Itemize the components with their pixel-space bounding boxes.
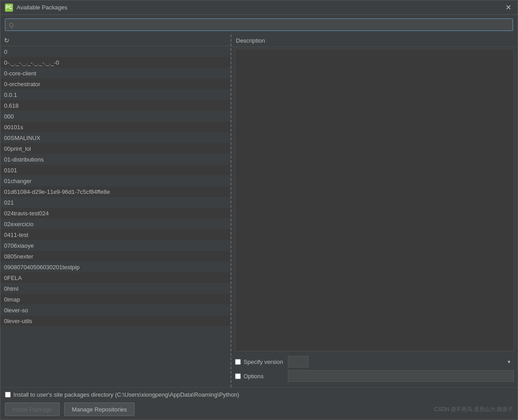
list-item[interactable]: 0lever-so: [0, 305, 231, 315]
version-select-wrapper: latest 0.1 0.2: [288, 356, 514, 368]
list-item[interactable]: 0101: [0, 165, 231, 175]
list-item[interactable]: 0.618: [0, 100, 231, 111]
app-icon: PC: [5, 4, 13, 12]
button-row: Install Package Manage Repositories CSDN…: [5, 402, 513, 416]
list-item[interactable]: 000: [0, 111, 231, 122]
list-item[interactable]: 0FELA: [0, 272, 231, 283]
version-checkbox-label: Specify version: [235, 359, 284, 365]
list-item[interactable]: 0-core-client: [0, 68, 231, 79]
version-row: Specify version latest 0.1 0.2: [235, 356, 514, 368]
list-item[interactable]: 0805nexter: [0, 251, 231, 262]
options-checkbox[interactable]: [235, 373, 241, 379]
refresh-icon: ↻: [4, 37, 9, 44]
version-label-text: Specify version: [244, 359, 283, 365]
search-input[interactable]: [5, 18, 513, 31]
description-content: [235, 49, 514, 351]
install-user-label: Install to user's site packages director…: [13, 391, 239, 398]
list-item[interactable]: 00101s: [0, 122, 231, 132]
available-packages-window: PC Available Packages ✕ ↻ 00-._._-._._-.…: [0, 0, 518, 420]
options-input[interactable]: [288, 370, 514, 382]
title-bar-left: PC Available Packages: [5, 4, 67, 12]
search-bar: [0, 15, 518, 35]
options-row: Options: [235, 370, 514, 382]
close-button[interactable]: ✕: [504, 3, 513, 12]
title-bar: PC Available Packages ✕: [0, 0, 518, 15]
description-label: Description: [231, 35, 518, 47]
install-user-row: Install to user's site packages director…: [5, 391, 513, 398]
list-item[interactable]: 0lever-utils: [0, 315, 231, 326]
list-item[interactable]: 00SMALINUX: [0, 132, 231, 143]
list-item[interactable]: 0html: [0, 283, 231, 294]
button-row-left: Install Package Manage Repositories: [5, 402, 135, 416]
left-panel: ↻ 00-._._-._._-._._-._._-00-core-client0…: [0, 35, 231, 387]
list-item[interactable]: 0: [0, 46, 231, 57]
list-item[interactable]: 021: [0, 197, 231, 208]
bottom-bar: Install to user's site packages director…: [0, 387, 518, 420]
list-item[interactable]: 02exercicio: [0, 219, 231, 229]
install-package-button[interactable]: Install Package: [5, 402, 60, 416]
list-item[interactable]: 0.0.1: [0, 89, 231, 100]
list-item[interactable]: 024travis-test024: [0, 208, 231, 219]
version-checkbox[interactable]: [235, 359, 241, 365]
list-item[interactable]: 0706xiaoye: [0, 240, 231, 251]
list-item[interactable]: 00print_lol: [0, 143, 231, 154]
watermark-text: CSDN @不死鸟.亚历山大.狼崽子: [434, 406, 513, 413]
list-item[interactable]: 01d61084-d29e-11e9-96d1-7c5cf84ffe8e: [0, 186, 231, 197]
list-item[interactable]: 0-orchestrator: [0, 79, 231, 89]
list-item[interactable]: 01changer: [0, 175, 231, 186]
refresh-button[interactable]: ↻: [0, 35, 231, 46]
version-options-area: Specify version latest 0.1 0.2: [231, 353, 518, 387]
content-area: ↻ 00-._._-._._-._._-._._-00-core-client0…: [0, 35, 518, 387]
options-checkbox-label: Options: [235, 373, 284, 380]
version-select[interactable]: latest 0.1 0.2: [288, 356, 309, 368]
install-user-checkbox[interactable]: [5, 392, 11, 398]
list-item[interactable]: 01-distributions: [0, 154, 231, 165]
list-item[interactable]: 0411-test: [0, 229, 231, 240]
description-area: Description: [231, 35, 518, 353]
list-item[interactable]: 0imap: [0, 294, 231, 305]
list-item[interactable]: 0-._._-._._-._._-._._-0: [0, 57, 231, 68]
window-title: Available Packages: [17, 4, 67, 11]
right-panel: Description Specify version latest 0.1: [231, 35, 518, 387]
list-item[interactable]: 090807040506030201testpip: [0, 262, 231, 272]
options-label-text: Options: [244, 373, 264, 380]
package-list[interactable]: 00-._._-._._-._._-._._-00-core-client0-o…: [0, 46, 231, 387]
manage-repositories-button[interactable]: Manage Repositories: [64, 402, 135, 416]
